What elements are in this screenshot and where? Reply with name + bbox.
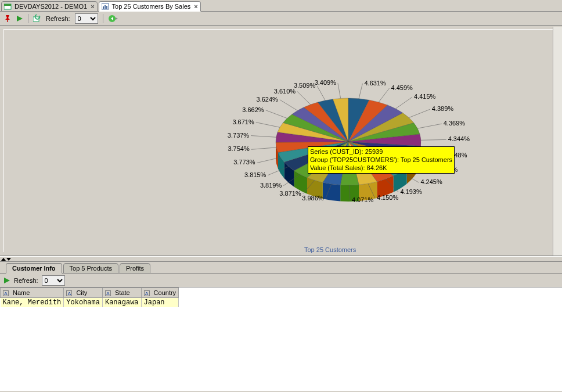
table-row[interactable]: Kane, MeredithYokohamaKanagawaJapan xyxy=(1,298,179,308)
cell: Kane, Meredith xyxy=(1,298,64,308)
svg-line-11 xyxy=(379,88,389,102)
run-icon[interactable] xyxy=(16,15,23,22)
svg-text:4.245%: 4.245% xyxy=(420,178,442,185)
scrollbar[interactable] xyxy=(553,27,562,256)
svg-text:4.071%: 4.071% xyxy=(352,196,374,203)
svg-text:4.193%: 4.193% xyxy=(400,188,422,195)
svg-text:4.344%: 4.344% xyxy=(448,135,470,142)
svg-line-43 xyxy=(251,148,276,149)
detail-tabs: Customer Info Top 5 Products Profits xyxy=(0,262,562,274)
back-icon[interactable] xyxy=(108,15,118,23)
tooltip-line: Group ('TOP25CUSTOMERS'): Top 25 Custome… xyxy=(310,156,452,164)
svg-text:3.754%: 3.754% xyxy=(228,145,250,152)
editor-tabs: DEVDAYS2012 - DEMO1 × Top 25 Customers B… xyxy=(0,0,562,12)
svg-text:4.631%: 4.631% xyxy=(364,80,386,87)
column-header[interactable]: A City xyxy=(64,288,103,298)
svg-line-47 xyxy=(256,123,280,128)
svg-text:4.415%: 4.415% xyxy=(414,93,436,100)
sort-icon[interactable]: A xyxy=(66,290,72,296)
svg-rect-5 xyxy=(106,6,107,9)
svg-text:3.662%: 3.662% xyxy=(242,106,264,113)
tab-top5-products[interactable]: Top 5 Products xyxy=(63,263,118,274)
svg-text:3.509%: 3.509% xyxy=(294,82,316,89)
main-toolbar: Refresh: 0 xyxy=(0,12,562,26)
close-icon[interactable]: × xyxy=(194,3,197,10)
refresh-icon[interactable] xyxy=(33,15,41,23)
refresh-label: Refresh: xyxy=(14,277,38,284)
tooltip-line: Value (Total Sales): 84.26K xyxy=(310,164,452,172)
cell: Yokohama xyxy=(64,298,103,308)
svg-rect-1 xyxy=(4,4,11,6)
tooltip-line: Series (CUST_ID): 25939 xyxy=(310,148,452,156)
tab-profits[interactable]: Profits xyxy=(120,263,150,274)
svg-rect-4 xyxy=(105,5,106,9)
svg-line-9 xyxy=(359,84,362,99)
sort-icon[interactable]: A xyxy=(144,290,150,296)
svg-line-51 xyxy=(280,100,298,111)
tab-customer-info[interactable]: Customer Info xyxy=(6,263,62,274)
pin-icon[interactable] xyxy=(3,15,12,23)
svg-text:3.409%: 3.409% xyxy=(315,79,337,86)
svg-line-55 xyxy=(317,86,325,100)
data-grid[interactable]: A NameA CityA StateA Country Kane, Mered… xyxy=(0,287,562,391)
svg-line-49 xyxy=(266,110,287,118)
svg-text:3.871%: 3.871% xyxy=(279,190,301,197)
svg-line-45 xyxy=(251,136,276,138)
refresh-interval[interactable]: 0 xyxy=(42,275,65,286)
tab-devdays[interactable]: DEVDAYS2012 - DEMO1 × xyxy=(1,1,98,12)
tab-label: DEVDAYS2012 - DEMO1 xyxy=(15,3,87,10)
sort-icon[interactable]: A xyxy=(3,290,9,296)
svg-text:3.819%: 3.819% xyxy=(260,182,282,189)
svg-line-17 xyxy=(417,124,442,128)
svg-text:3.610%: 3.610% xyxy=(274,88,296,95)
svg-text:4.150%: 4.150% xyxy=(377,194,399,201)
column-header[interactable]: A Country xyxy=(141,288,179,298)
run-icon[interactable] xyxy=(3,277,10,284)
svg-text:4.459%: 4.459% xyxy=(391,84,413,91)
svg-rect-3 xyxy=(103,6,104,9)
collapse-up-icon[interactable] xyxy=(1,258,6,261)
refresh-label: Refresh: xyxy=(46,15,70,22)
svg-text:3.624%: 3.624% xyxy=(257,96,279,103)
pie-chart[interactable]: 4.631%4.459%4.415%4.389%4.369%4.344%4.24… xyxy=(232,66,464,229)
svg-text:3.986%: 3.986% xyxy=(302,195,324,202)
svg-line-53 xyxy=(297,92,311,105)
chart-pane: 4.631%4.459%4.415%4.389%4.369%4.344%4.24… xyxy=(0,26,562,256)
svg-text:4.369%: 4.369% xyxy=(444,120,466,127)
close-icon[interactable]: × xyxy=(91,3,94,10)
column-header[interactable]: A State xyxy=(102,288,141,298)
svg-line-19 xyxy=(421,139,446,140)
tab-label: Top 25 Customers By Sales xyxy=(112,3,191,10)
chart-tooltip: Series (CUST_ID): 25939 Group ('TOP25CUS… xyxy=(308,146,455,174)
splitter[interactable] xyxy=(0,256,562,262)
cell: Japan xyxy=(141,298,179,308)
svg-line-13 xyxy=(395,97,412,109)
chart-title: Top 25 Customers xyxy=(304,246,356,253)
column-header[interactable]: A Name xyxy=(1,288,64,298)
svg-text:4.389%: 4.389% xyxy=(432,105,454,112)
collapse-down-icon[interactable] xyxy=(6,258,11,261)
refresh-interval[interactable]: 0 xyxy=(75,13,98,24)
tab-top25[interactable]: Top 25 Customers By Sales × xyxy=(99,1,201,12)
detail-toolbar: Refresh: 0 xyxy=(0,274,562,287)
sort-icon[interactable]: A xyxy=(105,290,111,296)
sql-icon xyxy=(4,3,12,10)
svg-text:3.737%: 3.737% xyxy=(228,132,250,139)
svg-text:3.773%: 3.773% xyxy=(233,159,255,166)
svg-line-15 xyxy=(409,109,430,117)
svg-text:3.671%: 3.671% xyxy=(232,118,254,125)
cell: Kanagawa xyxy=(102,298,141,308)
svg-text:3.815%: 3.815% xyxy=(244,171,266,178)
report-icon xyxy=(102,3,110,10)
svg-line-57 xyxy=(338,83,341,98)
